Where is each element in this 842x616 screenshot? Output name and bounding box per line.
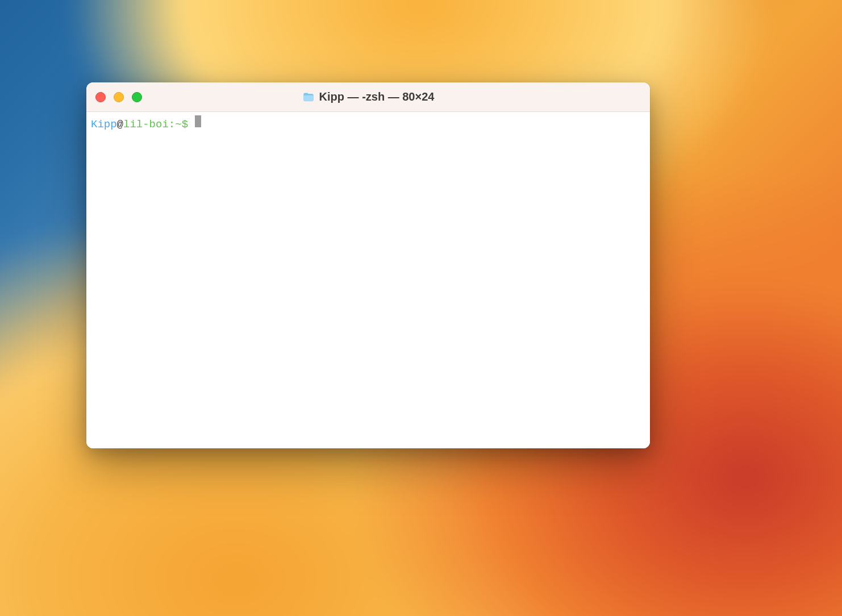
prompt-line: Kipp@lil-boi:~$ [91, 115, 645, 132]
prompt-space [188, 118, 194, 132]
titlebar[interactable]: Kipp — -zsh — 80×24 [86, 82, 650, 112]
prompt-path: ~ [175, 118, 181, 132]
terminal-body[interactable]: Kipp@lil-boi:~$ [86, 112, 650, 448]
close-button[interactable] [95, 92, 106, 102]
window-title: Kipp — -zsh — 80×24 [319, 90, 435, 103]
prompt-user: Kipp [91, 118, 117, 132]
prompt-symbol: $ [182, 118, 188, 132]
traffic-lights [95, 92, 142, 102]
prompt-separator: : [169, 118, 175, 132]
folder-icon [302, 91, 315, 103]
minimize-button[interactable] [114, 92, 124, 102]
prompt-host: lil-boi [123, 118, 169, 132]
title-center: Kipp — -zsh — 80×24 [86, 90, 650, 103]
cursor [195, 115, 201, 127]
terminal-window: Kipp — -zsh — 80×24 Kipp@lil-boi:~$ [86, 82, 650, 448]
prompt-at: @ [117, 118, 123, 132]
zoom-button[interactable] [132, 92, 142, 102]
